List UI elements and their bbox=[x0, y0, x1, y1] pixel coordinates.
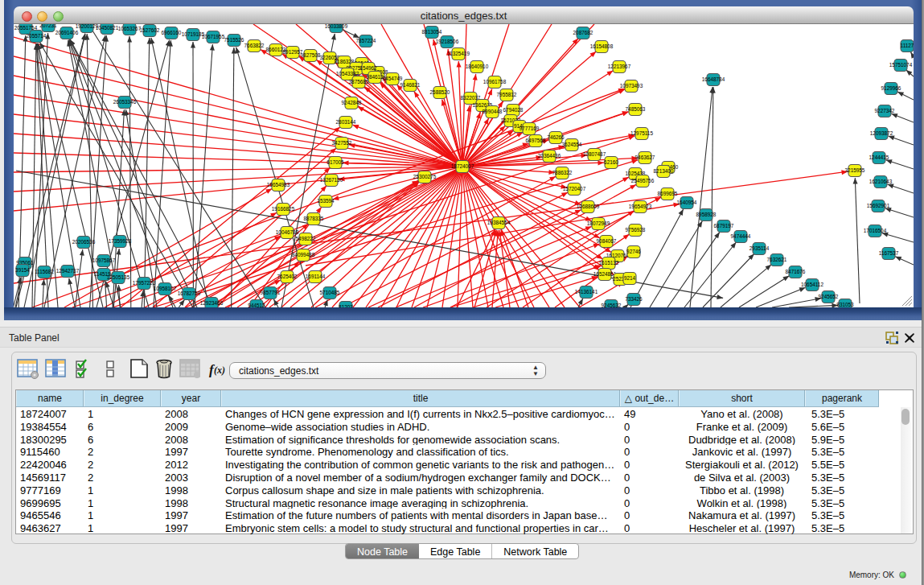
svg-text:10807487: 10807487 bbox=[583, 151, 606, 157]
svg-text:10046788: 10046788 bbox=[276, 229, 299, 235]
svg-text:2803144: 2803144 bbox=[336, 119, 356, 125]
svg-text:39154: 39154 bbox=[15, 267, 30, 273]
svg-text:16648784: 16648784 bbox=[702, 76, 725, 82]
svg-text:1615132: 1615132 bbox=[599, 260, 619, 266]
svg-text:617005: 617005 bbox=[326, 159, 344, 165]
svg-text:7632621: 7632621 bbox=[767, 257, 787, 262]
svg-text:10973493: 10973493 bbox=[620, 83, 643, 89]
svg-text:7886322: 7886322 bbox=[552, 170, 573, 175]
svg-text:12975115: 12975115 bbox=[630, 130, 653, 136]
svg-text:9214: 9214 bbox=[624, 275, 636, 281]
svg-text:62160: 62160 bbox=[604, 159, 618, 165]
svg-text:3427552: 3427552 bbox=[332, 140, 352, 146]
svg-text:18640910: 18640910 bbox=[466, 64, 489, 69]
svg-text:6966160: 6966160 bbox=[162, 30, 182, 35]
svg-text:19384554: 19384554 bbox=[487, 220, 511, 225]
svg-text:746266: 746266 bbox=[547, 134, 565, 140]
svg-text:7857224: 7857224 bbox=[356, 38, 376, 43]
svg-text:8813054: 8813054 bbox=[422, 29, 442, 35]
svg-text:20691406: 20691406 bbox=[55, 30, 79, 35]
svg-text:153594: 153594 bbox=[317, 198, 335, 204]
svg-text:12505135: 12505135 bbox=[107, 274, 130, 280]
svg-text:25300275: 25300275 bbox=[413, 174, 437, 179]
svg-text:18724007: 18724007 bbox=[451, 163, 474, 169]
svg-text:16033809: 16033809 bbox=[325, 24, 348, 29]
svg-text:2055714: 2055714 bbox=[27, 33, 47, 39]
svg-text:7515526: 7515526 bbox=[224, 37, 244, 43]
svg-text:18072949: 18072949 bbox=[587, 220, 610, 226]
svg-text:9463627: 9463627 bbox=[635, 154, 655, 160]
svg-text:9242848: 9242848 bbox=[342, 100, 362, 105]
svg-text:84099488: 84099488 bbox=[292, 252, 315, 257]
svg-text:9827508: 9827508 bbox=[301, 52, 321, 58]
svg-text:9129966: 9129966 bbox=[881, 85, 901, 91]
svg-text:19218506: 19218506 bbox=[436, 39, 459, 44]
svg-text:11325419: 11325419 bbox=[447, 51, 470, 56]
svg-text:8878335: 8878335 bbox=[304, 216, 324, 221]
svg-text:17957223: 17957223 bbox=[133, 280, 156, 286]
svg-text:26053346: 26053346 bbox=[113, 99, 137, 105]
svg-text:8454749: 8454749 bbox=[383, 76, 403, 81]
svg-text:12093872: 12093872 bbox=[870, 130, 893, 136]
svg-text:3624554: 3624554 bbox=[562, 142, 582, 147]
svg-text:207231: 207231 bbox=[39, 24, 57, 28]
svg-text:20364436: 20364436 bbox=[538, 153, 561, 159]
svg-text:1527602: 1527602 bbox=[140, 27, 160, 33]
svg-text:16154808: 16154808 bbox=[590, 43, 614, 49]
svg-text:7663822: 7663822 bbox=[244, 43, 265, 48]
svg-text:10450821: 10450821 bbox=[96, 25, 119, 31]
svg-text:2087682: 2087682 bbox=[573, 30, 593, 35]
svg-text:6879197: 6879197 bbox=[714, 223, 734, 229]
svg-text:8958928: 8958928 bbox=[696, 212, 717, 217]
svg-text:9474444: 9474444 bbox=[731, 233, 751, 239]
svg-text:16782759: 16782759 bbox=[178, 290, 201, 296]
svg-text:19654983: 19654983 bbox=[267, 182, 290, 187]
svg-text:10653267: 10653267 bbox=[118, 26, 142, 31]
svg-text:831053: 831053 bbox=[836, 302, 854, 307]
svg-text:14136141: 14136141 bbox=[575, 289, 598, 295]
svg-text:10671955: 10671955 bbox=[202, 34, 225, 39]
svg-text:9146821: 9146821 bbox=[400, 82, 421, 88]
svg-text:733426: 733426 bbox=[625, 296, 643, 302]
svg-text:5710485: 5710485 bbox=[320, 290, 340, 295]
svg-text:9084067: 9084067 bbox=[597, 238, 617, 244]
svg-text:17016504: 17016504 bbox=[864, 228, 887, 233]
svg-text:9245632: 9245632 bbox=[602, 303, 622, 307]
svg-text:25495756: 25495756 bbox=[631, 178, 655, 183]
svg-text:944512: 944512 bbox=[248, 303, 265, 307]
svg-text:2935114: 2935114 bbox=[749, 245, 770, 251]
svg-text:16210643: 16210643 bbox=[869, 179, 893, 184]
svg-text:15720407: 15720407 bbox=[563, 186, 586, 192]
svg-text:1640954: 1640954 bbox=[677, 200, 697, 205]
svg-text:19166825: 19166825 bbox=[272, 206, 295, 212]
svg-text:12923466: 12923466 bbox=[200, 300, 224, 306]
svg-text:13267130: 13267130 bbox=[320, 177, 343, 183]
svg-text:92746: 92746 bbox=[626, 249, 641, 254]
svg-text:15692901: 15692901 bbox=[867, 203, 890, 208]
svg-text:2588520: 2588520 bbox=[430, 89, 450, 95]
svg-text:7625402: 7625402 bbox=[277, 274, 298, 279]
svg-text:1167537: 1167537 bbox=[879, 250, 899, 256]
svg-text:9756928: 9756928 bbox=[626, 227, 646, 233]
svg-text:12942737: 12942737 bbox=[56, 268, 80, 274]
svg-text:11127: 11127 bbox=[901, 43, 914, 48]
svg-text:10961758: 10961758 bbox=[483, 79, 507, 84]
svg-text:81203: 81203 bbox=[339, 304, 353, 307]
svg-text:19654923: 19654923 bbox=[629, 204, 652, 209]
svg-text:154962: 154962 bbox=[359, 65, 377, 71]
svg-text:8990448: 8990448 bbox=[483, 109, 503, 114]
svg-text:9857791: 9857791 bbox=[261, 290, 281, 295]
svg-text:(x): (x) bbox=[214, 365, 225, 376]
svg-text:3875685: 3875685 bbox=[349, 79, 369, 84]
svg-text:3215955: 3215955 bbox=[845, 167, 865, 173]
svg-text:9245652: 9245652 bbox=[819, 294, 839, 299]
svg-text:7485063: 7485063 bbox=[626, 106, 646, 112]
svg-text:5498222: 5498222 bbox=[296, 236, 316, 241]
svg-text:10975867: 10975867 bbox=[92, 257, 116, 263]
svg-text:15751074: 15751074 bbox=[889, 62, 913, 68]
svg-text:9777169: 9777169 bbox=[519, 126, 540, 131]
svg-text:984613: 984613 bbox=[366, 74, 384, 80]
svg-text:10688609: 10688609 bbox=[577, 204, 600, 209]
svg-text:8213400: 8213400 bbox=[654, 168, 674, 174]
svg-text:1244415: 1244415 bbox=[869, 154, 889, 160]
